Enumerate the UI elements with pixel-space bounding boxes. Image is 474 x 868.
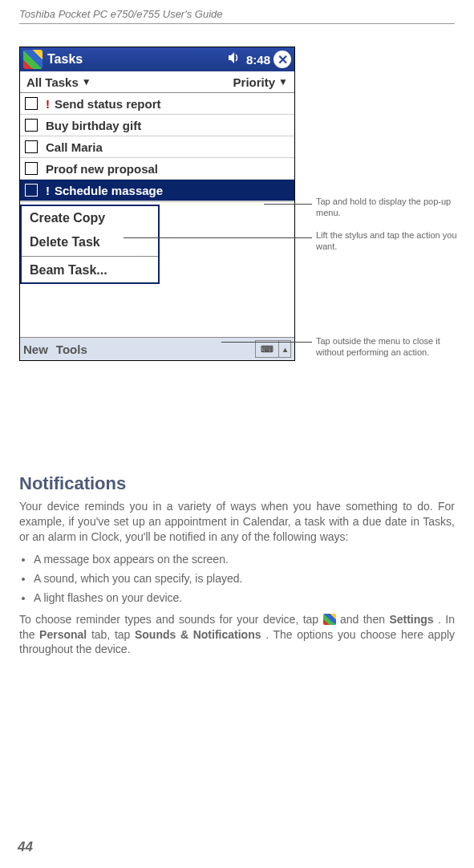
figure-area: Tasks 8:48 ✕ All Tasks ▼ Priority ▼ !	[19, 47, 455, 464]
context-beam-task[interactable]: Beam Task...	[22, 258, 158, 282]
sip-arrow-icon[interactable]: ▴	[279, 340, 291, 358]
bold-term: Settings	[389, 613, 433, 626]
checkbox[interactable]	[25, 119, 38, 132]
task-label: Schedule massage	[55, 184, 163, 197]
checkbox[interactable]	[25, 162, 38, 175]
page-header: Toshiba Pocket PC e750/e755 User's Guide	[19, 8, 455, 24]
category-bar: All Tasks ▼ Priority ▼	[20, 71, 294, 93]
start-menu-icon[interactable]	[23, 50, 43, 69]
body-paragraph: Your device reminds you in a variety of …	[19, 499, 455, 545]
section-heading: Notifications	[19, 473, 455, 494]
bold-term: Personal	[39, 628, 87, 641]
text-run: To choose reminder types and sounds for …	[19, 613, 323, 626]
callout-line	[124, 237, 312, 238]
volume-icon[interactable]	[227, 51, 240, 67]
windows-flag-icon	[323, 614, 336, 625]
task-label: Buy birthday gift	[46, 119, 141, 132]
context-menu: Create Copy Delete Task Beam Task...	[20, 205, 160, 284]
clock-time[interactable]: 8:48	[246, 53, 270, 67]
new-button[interactable]: New	[23, 343, 48, 356]
menu-divider	[22, 256, 158, 257]
body-paragraph: To choose reminder types and sounds for …	[19, 612, 455, 658]
list-item[interactable]: Call Maria	[20, 136, 294, 158]
checkbox[interactable]	[25, 97, 38, 110]
titlebar: Tasks 8:48 ✕	[20, 47, 294, 71]
chevron-down-icon[interactable]: ▼	[278, 76, 288, 87]
bullet-list: A message box appears on the screen. A s…	[19, 553, 455, 604]
category-filter[interactable]: All Tasks	[26, 75, 79, 89]
bullet-item: A message box appears on the screen.	[34, 553, 455, 566]
app-title: Tasks	[47, 52, 224, 67]
close-icon[interactable]: ✕	[273, 51, 291, 68]
priority-icon: !	[46, 97, 50, 111]
page-number: 44	[18, 839, 33, 855]
list-item[interactable]: Buy birthday gift	[20, 115, 294, 136]
tools-button[interactable]: Tools	[56, 343, 87, 356]
callout-text-lift: Lift the stylus and tap the action you w…	[316, 229, 460, 253]
context-delete-task[interactable]: Delete Task	[22, 230, 158, 254]
command-bar: New Tools ⌨ ▴	[20, 337, 294, 360]
sip-keyboard-icon[interactable]: ⌨	[255, 340, 279, 358]
bold-term: Sounds & Notifications	[135, 628, 261, 641]
callout-line	[264, 204, 312, 205]
context-create-copy[interactable]: Create Copy	[22, 206, 158, 230]
bullet-item: A sound, which you can specify, is playe…	[34, 572, 455, 585]
sort-filter[interactable]: Priority	[233, 75, 276, 89]
task-label: Proof new proposal	[46, 162, 158, 176]
callout-text-outside: Tap outside the menu to close it without…	[316, 335, 460, 359]
task-label: Send status report	[55, 97, 161, 111]
checkbox[interactable]	[25, 184, 38, 197]
list-item[interactable]: ! Send status report	[20, 93, 294, 115]
checkbox[interactable]	[25, 140, 38, 153]
list-item[interactable]: ! Schedule massage	[20, 180, 294, 201]
priority-icon: !	[46, 184, 50, 197]
list-item[interactable]: Proof new proposal	[20, 158, 294, 180]
chevron-down-icon[interactable]: ▼	[82, 76, 91, 87]
device-screenshot: Tasks 8:48 ✕ All Tasks ▼ Priority ▼ !	[19, 47, 295, 361]
bullet-item: A light flashes on your device.	[34, 591, 455, 604]
task-label: Call Maria	[46, 140, 103, 154]
text-run: tab, tap	[91, 628, 135, 641]
task-list: ! Send status report Buy birthday gift C…	[20, 93, 294, 201]
callout-text-hold: Tap and hold to display the pop-up menu.	[316, 196, 460, 219]
text-run: and then	[340, 613, 389, 626]
callout-line	[221, 342, 312, 343]
